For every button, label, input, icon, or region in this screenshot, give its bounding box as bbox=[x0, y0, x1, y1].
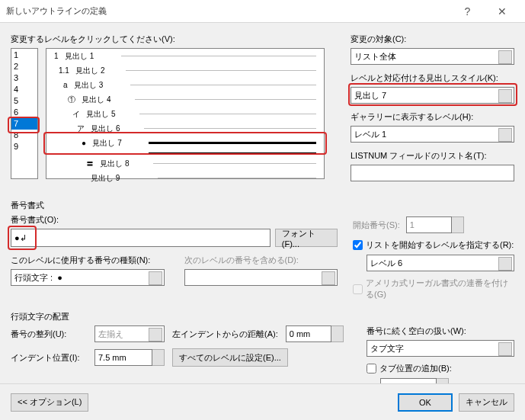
preview-row: a 見出し 3 bbox=[46, 78, 324, 92]
tab-label: タブ位置の追加(B): bbox=[379, 363, 452, 374]
level-item-3[interactable]: 3 bbox=[11, 72, 37, 84]
left-indent-label: 左インデントからの距離(A): bbox=[172, 329, 278, 340]
restart-checkbox-row[interactable]: リストを開始するレベルを指定する(R): bbox=[353, 239, 514, 251]
listnum-input[interactable] bbox=[351, 165, 514, 181]
level-item-4[interactable]: 4 bbox=[11, 84, 37, 95]
preview-row: イ 見出し 5 bbox=[46, 107, 324, 121]
preview-row: ア 見出し 6 bbox=[46, 121, 324, 136]
format-section-label: 番号書式 bbox=[11, 200, 514, 211]
legal-checkbox-row: アメリカ式リーガル書式の連番を付ける(G) bbox=[353, 277, 514, 300]
left-indent-input[interactable] bbox=[286, 325, 331, 342]
gallery-label: ギャラリーに表示するレベル(H): bbox=[351, 111, 514, 123]
level-click-label: 変更するレベルをクリックしてください(V): bbox=[11, 34, 338, 45]
preview-row: 見出し 9 bbox=[46, 171, 324, 185]
position-section-label: 行頭文字の配置 bbox=[11, 311, 514, 322]
options-button[interactable]: << オプション(L) bbox=[11, 393, 88, 412]
next-level-label: 次のレベルの番号を含める(D): bbox=[184, 255, 338, 266]
outline-preview: 1 見出し 11.1 見出し 2a 見出し 3① 見出し 4イ 見出し 5ア 見… bbox=[46, 48, 325, 179]
start-number-input bbox=[406, 216, 452, 233]
indent-pos-input[interactable] bbox=[94, 349, 152, 366]
space-select[interactable] bbox=[367, 340, 514, 357]
level-item-2[interactable]: 2 bbox=[11, 61, 37, 72]
dialog-title: 新しいアウトラインの定義 bbox=[6, 5, 450, 17]
titlebar: 新しいアウトラインの定義 ? ✕ bbox=[0, 0, 525, 23]
indent-pos-label: インデント位置(I): bbox=[11, 352, 87, 364]
cancel-button[interactable]: キャンセル bbox=[459, 393, 514, 412]
tab-checkbox-row[interactable]: タブ位置の追加(B): bbox=[367, 363, 452, 374]
preview-row: 1 見出し 1 bbox=[46, 49, 324, 63]
align-label: 番号の整列(U): bbox=[11, 329, 87, 340]
listnum-label: LISTNUM フィールドのリスト名(T): bbox=[351, 150, 514, 162]
level-item-7[interactable]: 7 bbox=[11, 118, 37, 130]
tab-checkbox[interactable] bbox=[367, 364, 376, 374]
preview-row: ① 見出し 4 bbox=[46, 92, 324, 107]
level-list[interactable]: 123456789 bbox=[11, 48, 38, 179]
target-label: 変更の対象(C): bbox=[351, 34, 514, 45]
gallery-select[interactable] bbox=[351, 126, 514, 143]
style-label: レベルと対応付ける見出しスタイル(K): bbox=[351, 72, 514, 84]
number-type-label: このレベルに使用する番号の種類(N): bbox=[11, 255, 165, 266]
start-number-label: 開始番号(S): bbox=[353, 220, 400, 231]
level-item-1[interactable]: 1 bbox=[11, 50, 37, 61]
restart-checkbox[interactable] bbox=[353, 240, 363, 250]
format-label: 番号書式(O): bbox=[11, 214, 338, 226]
number-format-input[interactable]: ●↲ bbox=[11, 229, 271, 247]
target-select[interactable] bbox=[351, 48, 514, 65]
number-type-select[interactable] bbox=[11, 269, 165, 286]
level-item-6[interactable]: 6 bbox=[11, 107, 37, 118]
legal-label: アメリカ式リーガル書式の連番を付ける(G) bbox=[366, 277, 514, 300]
align-select bbox=[94, 325, 165, 342]
footer: << オプション(L) OK キャンセル bbox=[0, 383, 525, 420]
next-level-select bbox=[184, 269, 338, 286]
restart-label: リストを開始するレベルを指定する(R): bbox=[366, 239, 514, 251]
restart-level-select[interactable] bbox=[367, 255, 514, 271]
legal-checkbox bbox=[353, 284, 363, 294]
font-button[interactable]: フォント(F)... bbox=[275, 229, 338, 247]
preview-row: 〓 見出し 8 bbox=[46, 156, 324, 171]
close-button[interactable]: ✕ bbox=[485, 0, 519, 22]
style-select[interactable] bbox=[351, 87, 514, 104]
level-item-8[interactable]: 8 bbox=[11, 130, 37, 141]
ok-button[interactable]: OK bbox=[398, 393, 453, 412]
level-item-9[interactable]: 9 bbox=[11, 141, 37, 152]
level-item-5[interactable]: 5 bbox=[11, 95, 37, 107]
space-label: 番号に続く空白の扱い(W): bbox=[367, 325, 514, 337]
preview-row: 1.1 見出し 2 bbox=[46, 63, 324, 78]
content: 変更するレベルをクリックしてください(V): 123456789 1 見出し 1… bbox=[0, 23, 525, 383]
preview-row: ● 見出し 7 bbox=[46, 136, 324, 150]
all-levels-button[interactable]: すべてのレベルに設定(E)... bbox=[172, 348, 288, 367]
help-button[interactable]: ? bbox=[450, 0, 485, 22]
